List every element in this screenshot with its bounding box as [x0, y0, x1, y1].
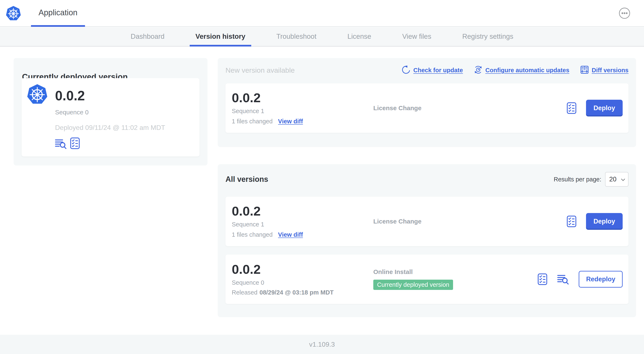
logs-icon — [55, 147, 67, 150]
refresh-icon — [402, 65, 410, 75]
version-sequence: Sequence 1 — [232, 221, 373, 227]
app-tab-application[interactable]: Application — [31, 0, 85, 27]
diff-versions-link[interactable]: Diff versions — [580, 65, 628, 75]
currently-deployed-badge: Currently deployed version — [373, 280, 453, 290]
results-per-page-label: Results per page: — [554, 176, 601, 183]
configure-automatic-updates-link[interactable]: Configure automatic updates — [474, 65, 569, 75]
new-version-title: New version available — [226, 66, 295, 74]
tab-registry-settings[interactable]: Registry settings — [456, 27, 519, 46]
schedule-update-icon — [474, 65, 482, 75]
currently-deployed-panel: Currently deployed version 0.0.2 Sequenc… — [14, 58, 208, 165]
deployed-sequence: Sequence 0 — [55, 109, 88, 115]
checklist-icon — [567, 225, 576, 228]
checklist-icon — [70, 147, 80, 150]
more-options-button[interactable] — [618, 7, 630, 19]
preflight-checks-button[interactable] — [567, 216, 576, 227]
subnav-tabs: Dashboard Version history Troubleshoot L… — [0, 27, 644, 47]
version-source: Online Install Currently deployed versio… — [373, 269, 538, 290]
source-label: License Change — [373, 218, 422, 225]
view-logs-button[interactable] — [557, 274, 569, 285]
version-row-actions: Redeploy — [538, 271, 623, 288]
app-title: Application — [38, 8, 78, 17]
update-actions: Check for update Configure automat — [402, 65, 628, 75]
all-versions-title: All versions — [226, 175, 268, 184]
kubernetes-logo-icon — [6, 6, 21, 21]
results-per-page-select[interactable]: 20 — [605, 172, 628, 187]
files-changed-label: 1 files changed — [232, 118, 272, 124]
chevron-down-icon — [621, 176, 625, 183]
view-diff-link[interactable]: View diff — [278, 118, 303, 125]
version-source: License Change — [373, 218, 567, 225]
version-row-actions: Deploy — [567, 213, 623, 230]
files-changed-label: 1 files changed — [232, 231, 272, 238]
tab-version-history[interactable]: Version history — [190, 27, 251, 46]
results-per-page: Results per page: 20 — [554, 172, 628, 187]
deploy-button[interactable]: Deploy — [586, 100, 623, 117]
deployed-timestamp: Deployed 09/11/24 @ 11:02 am MDT — [55, 124, 165, 131]
all-versions-header: All versions Results per page: 20 — [226, 171, 628, 187]
tab-license[interactable]: License — [342, 27, 377, 46]
new-version-header: New version available Check for update — [226, 63, 628, 77]
tab-troubleshoot[interactable]: Troubleshoot — [270, 27, 322, 46]
source-label: License Change — [373, 105, 422, 111]
check-for-update-link[interactable]: Check for update — [402, 65, 463, 75]
results-per-page-value: 20 — [609, 176, 616, 183]
version-info: 0.0.2 Sequence 0 Released08/29/24 @ 03:1… — [232, 263, 373, 296]
version-info: 0.0.2 Sequence 1 1 files changed View di… — [232, 205, 373, 238]
version-source: License Change — [373, 105, 567, 111]
preflight-checks-button[interactable] — [538, 273, 547, 285]
all-versions-panel: All versions Results per page: 20 0.0.2 … — [218, 164, 636, 317]
checklist-icon — [538, 282, 547, 286]
kubernetes-app-icon — [27, 84, 48, 105]
version-info: 0.0.2 Sequence 1 1 files changed View di… — [232, 91, 373, 125]
redeploy-button[interactable]: Redeploy — [579, 271, 623, 288]
version-number: 0.0.2 — [232, 263, 373, 276]
version-row-sequence-1: 0.0.2 Sequence 1 1 files changed View di… — [226, 197, 628, 246]
source-label: Online Install — [373, 269, 413, 275]
currently-deployed-card: 0.0.2 Sequence 0 Deployed 09/11/24 @ 11:… — [22, 78, 200, 156]
released-timestamp: Released08/29/24 @ 03:18 pm MDT — [232, 289, 373, 295]
ellipsis-icon — [618, 17, 630, 20]
diff-icon — [580, 65, 589, 75]
tab-dashboard[interactable]: Dashboard — [125, 27, 170, 46]
view-diff-link[interactable]: View diff — [278, 231, 303, 238]
preflight-checks-button[interactable] — [70, 137, 80, 149]
new-version-row: 0.0.2 Sequence 1 1 files changed View di… — [226, 83, 628, 133]
tab-view-files[interactable]: View files — [396, 27, 437, 46]
preflight-checks-button[interactable] — [567, 102, 576, 114]
checklist-icon — [567, 111, 576, 115]
deployed-card-actions — [55, 137, 80, 149]
version-sequence: Sequence 1 — [232, 108, 373, 114]
app-footer: v1.109.3 — [0, 335, 644, 354]
new-version-panel: New version available Check for update — [218, 58, 636, 147]
version-row-actions: Deploy — [567, 100, 623, 117]
console-version: v1.109.3 — [309, 340, 335, 348]
deployed-version-number: 0.0.2 — [55, 89, 85, 102]
deploy-button[interactable]: Deploy — [586, 213, 623, 230]
version-number: 0.0.2 — [232, 91, 373, 104]
kots-admin-version-history-page: Application Dashboard Version history Tr… — [0, 0, 644, 354]
app-header: Application — [0, 0, 644, 27]
version-number: 0.0.2 — [232, 205, 373, 218]
version-sequence: Sequence 0 — [232, 279, 373, 286]
view-logs-button[interactable] — [55, 138, 67, 149]
version-row-sequence-0: 0.0.2 Sequence 0 Released08/29/24 @ 03:1… — [226, 254, 628, 304]
logs-icon — [557, 282, 569, 285]
